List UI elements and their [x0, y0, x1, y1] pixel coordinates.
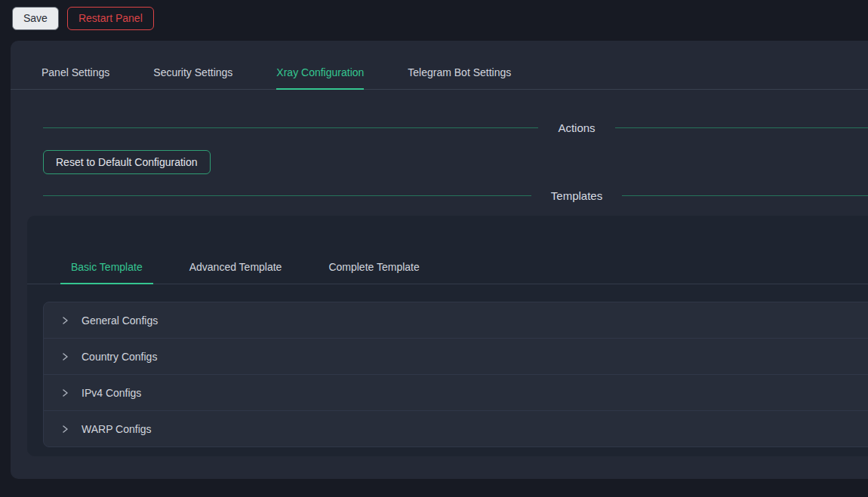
- tab-xray-configuration[interactable]: Xray Configuration: [276, 56, 364, 89]
- collapse-item-label: WARP Configs: [82, 423, 152, 435]
- chevron-right-icon: [60, 352, 69, 361]
- settings-card: Panel Settings Security Settings Xray Co…: [11, 41, 868, 479]
- tab-panel-settings[interactable]: Panel Settings: [42, 56, 109, 89]
- chevron-right-icon: [60, 316, 69, 325]
- restart-panel-button[interactable]: Restart Panel: [67, 7, 154, 30]
- actions-divider-label: Actions: [558, 121, 595, 134]
- tab-basic-template[interactable]: Basic Template: [60, 250, 153, 284]
- actions-divider: Actions: [43, 121, 868, 134]
- reset-to-default-configuration-button[interactable]: Reset to Default Configuration: [43, 150, 211, 174]
- collapse-item-label: General Configs: [82, 314, 158, 327]
- save-button[interactable]: Save: [12, 7, 59, 30]
- xray-configuration-page: Save Restart Panel Panel Settings Securi…: [0, 0, 868, 497]
- templates-divider-label: Templates: [551, 189, 602, 202]
- template-tabs-bar: Basic Template Advanced Template Complet…: [27, 216, 868, 284]
- collapse-item-label: IPv4 Configs: [82, 387, 141, 399]
- template-config-collapse: General Configs Country Configs: [43, 302, 868, 447]
- settings-tabs-bar: Panel Settings Security Settings Xray Co…: [11, 56, 868, 90]
- collapse-item-country-configs[interactable]: Country Configs: [44, 339, 868, 375]
- chevron-right-icon: [60, 425, 69, 434]
- collapse-item-ipv4-configs[interactable]: IPv4 Configs: [44, 375, 868, 411]
- collapse-item-label: Country Configs: [82, 351, 157, 363]
- chevron-right-icon: [60, 388, 69, 397]
- top-action-bar: Save Restart Panel: [0, 0, 868, 36]
- tab-telegram-bot-settings[interactable]: Telegram Bot Settings: [408, 56, 511, 89]
- collapse-item-general-configs[interactable]: General Configs: [44, 302, 868, 339]
- tab-complete-template[interactable]: Complete Template: [318, 250, 429, 284]
- templates-divider: Templates: [43, 189, 868, 202]
- collapse-item-warp-configs[interactable]: WARP Configs: [44, 411, 868, 446]
- tab-security-settings[interactable]: Security Settings: [153, 56, 232, 89]
- templates-card: Basic Template Advanced Template Complet…: [27, 216, 868, 456]
- tab-advanced-template[interactable]: Advanced Template: [179, 250, 293, 284]
